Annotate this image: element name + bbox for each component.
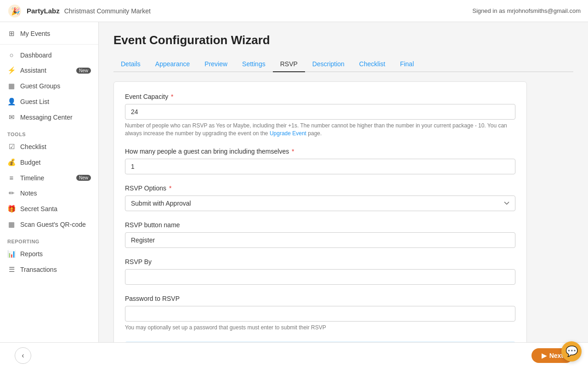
rsvp-button-name-label: RSVP button name [125, 221, 515, 229]
required-marker-2: * [292, 148, 294, 155]
signed-in-text: Signed in as mrjohnofsmiths@gmail.com [472, 7, 581, 14]
logo-icon: 🎉 [7, 4, 22, 18]
transactions-icon: ☰ [7, 265, 16, 274]
event-name: Christmast Community Market [64, 7, 151, 15]
footer: ‹ ▶ Next [0, 342, 588, 368]
rsvp-button-name-group: RSVP button name [125, 221, 515, 248]
assistant-badge: New [76, 68, 91, 74]
sidebar-label-assistant: Assistant [20, 67, 46, 74]
sidebar-item-checklist[interactable]: ☑ Checklist [0, 139, 98, 155]
reports-icon: 📊 [7, 250, 16, 258]
rsvp-button-name-input[interactable] [125, 232, 515, 248]
sidebar-item-notes[interactable]: ✏ Notes [0, 185, 98, 201]
chat-icon: 💬 [565, 345, 578, 357]
person-icon: 👤 [7, 98, 16, 106]
tab-preview[interactable]: Preview [197, 57, 235, 72]
brand-name: PartyLabz [27, 7, 60, 15]
sidebar-label-checklist: Checklist [20, 143, 46, 150]
rsvp-form-card: Event Capacity * Number of people who ca… [113, 81, 527, 342]
tab-description[interactable]: Description [305, 57, 352, 72]
topbar-left: 🎉 PartyLabz Christmast Community Market [7, 4, 151, 18]
tab-settings[interactable]: Settings [235, 57, 273, 72]
sidebar-item-my-events[interactable]: ⊞ My Events [0, 26, 98, 41]
sidebar-label-timeline: Timeline [20, 174, 44, 182]
rsvp-by-label: RSVP By [125, 258, 515, 265]
tab-appearance[interactable]: Appearance [148, 57, 198, 72]
sidebar-item-scan-qr[interactable]: ▦ Scan Guest's QR-code [0, 217, 98, 232]
sidebar-label-guest-groups: Guest Groups [20, 82, 60, 90]
required-marker-3: * [169, 184, 171, 192]
rsvp-options-group: RSVP Options * Submit with Approval Dire… [125, 184, 515, 211]
svg-text:🎉: 🎉 [11, 7, 20, 16]
event-capacity-group: Event Capacity * Number of people who ca… [125, 93, 515, 138]
guests-per-person-label: How many people a guest can bring includ… [125, 148, 515, 155]
sidebar-label-reports: Reports [20, 250, 43, 258]
event-capacity-input[interactable] [125, 104, 515, 120]
next-arrow-icon: ▶ [542, 352, 547, 359]
my-events-label: My Events [20, 30, 50, 37]
sidebar: ⊞ My Events ○ Dashboard ⚡ Assistant New … [0, 22, 99, 342]
topbar: 🎉 PartyLabz Christmast Community Market … [0, 0, 588, 22]
password-hint: You may optionally set up a password tha… [125, 324, 515, 332]
sidebar-label-transactions: Transactions [20, 266, 57, 273]
required-marker: * [171, 93, 173, 100]
sidebar-label-scan-qr: Scan Guest's QR-code [20, 221, 86, 228]
tab-details[interactable]: Details [113, 57, 148, 72]
sidebar-label-secret-santa: Secret Santa [20, 205, 57, 213]
chat-fab-button[interactable]: 💬 [561, 341, 582, 362]
rsvp-options-select[interactable]: Submit with Approval Direct Submit Invit… [125, 196, 515, 211]
sidebar-label-guest-list: Guest List [20, 98, 49, 105]
sidebar-label-dashboard: Dashboard [20, 52, 52, 59]
password-label: Password to RSVP [125, 295, 515, 302]
budget-icon: 💰 [7, 158, 16, 167]
groups-icon: ▦ [7, 82, 16, 90]
timeline-icon: ≡ [7, 174, 16, 182]
tab-final[interactable]: Final [393, 57, 421, 72]
qr-icon: ▦ [7, 220, 16, 229]
event-capacity-label: Event Capacity * [125, 93, 515, 100]
back-icon: ‹ [22, 351, 24, 360]
sidebar-item-guest-list[interactable]: 👤 Guest List [0, 94, 98, 109]
notes-icon: ✏ [7, 189, 16, 197]
santa-icon: 🎁 [7, 205, 16, 213]
envelope-icon: ✉ [7, 113, 16, 121]
password-group: Password to RSVP You may optionally set … [125, 295, 515, 332]
checklist-icon: ☑ [7, 143, 16, 151]
event-capacity-hint: Number of people who can RSVP as Yes or … [125, 122, 515, 138]
reporting-section-label: Reporting [0, 232, 98, 246]
tab-rsvp[interactable]: RSVP [273, 57, 305, 72]
rsvp-options-label: RSVP Options * [125, 184, 515, 192]
sidebar-item-transactions[interactable]: ☰ Transactions [0, 262, 98, 277]
sidebar-item-secret-santa[interactable]: 🎁 Secret Santa [0, 201, 98, 217]
rsvp-by-group: RSVP By [125, 258, 515, 285]
sidebar-item-reports[interactable]: 📊 Reports [0, 246, 98, 262]
sidebar-label-budget: Budget [20, 159, 40, 166]
grid-icon: ⊞ [7, 29, 16, 38]
tab-checklist[interactable]: Checklist [352, 57, 393, 72]
timeline-badge: New [76, 175, 91, 181]
guests-per-person-input[interactable] [125, 159, 515, 174]
rsvp-by-input[interactable] [125, 269, 515, 285]
sidebar-label-notes: Notes [20, 190, 37, 197]
back-button[interactable]: ‹ [15, 347, 31, 364]
wizard-tabs: Details Appearance Preview Settings RSVP… [113, 57, 573, 72]
password-input[interactable] [125, 306, 515, 322]
sidebar-label-messaging-center: Messaging Center [20, 114, 73, 121]
sidebar-item-timeline[interactable]: ≡ Timeline New [0, 170, 98, 185]
upgrade-event-link[interactable]: Upgrade Event [270, 130, 306, 137]
sidebar-item-budget[interactable]: 💰 Budget [0, 155, 98, 170]
sidebar-item-guest-groups[interactable]: ▦ Guest Groups [0, 78, 98, 94]
sidebar-item-dashboard[interactable]: ○ Dashboard [0, 47, 98, 63]
guests-per-person-group: How many people a guest can bring includ… [125, 148, 515, 174]
main-content: Event Configuration Wizard Details Appea… [99, 22, 588, 342]
tools-section-label: Tools [0, 125, 98, 139]
sidebar-item-messaging-center[interactable]: ✉ Messaging Center [0, 109, 98, 125]
sidebar-item-assistant[interactable]: ⚡ Assistant New [0, 63, 98, 78]
page-title: Event Configuration Wizard [113, 33, 573, 47]
bolt-icon: ⚡ [7, 66, 16, 75]
dashboard-icon: ○ [7, 51, 16, 59]
